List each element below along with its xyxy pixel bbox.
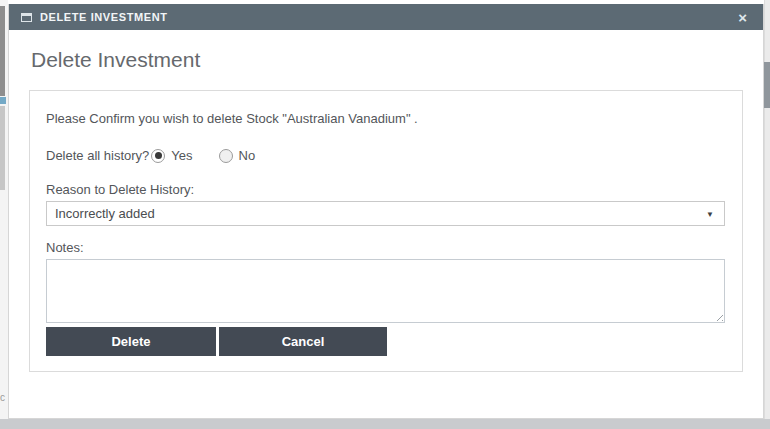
- page-title: Delete Investment: [31, 48, 200, 72]
- delete-history-question: Delete all history?: [46, 148, 149, 163]
- close-icon[interactable]: ×: [734, 8, 751, 27]
- background-page-left-edge: c: [0, 0, 8, 429]
- notes-input[interactable]: [46, 259, 725, 323]
- radio-yes-label[interactable]: Yes: [171, 148, 192, 163]
- delete-history-row: Delete all history? Yes No: [46, 148, 726, 163]
- notes-field-wrap: [46, 259, 725, 323]
- page-scrollbar-thumb[interactable]: [764, 62, 770, 108]
- reason-label: Reason to Delete History:: [46, 182, 726, 197]
- radio-group-history: Yes No: [149, 148, 279, 163]
- modal-title: DELETE INVESTMENT: [40, 11, 168, 23]
- background-block: [0, 106, 5, 190]
- reason-select[interactable]: Incorrectly added ▼: [46, 201, 725, 226]
- radio-no-label[interactable]: No: [239, 148, 256, 163]
- background-bottom-strip: [0, 419, 770, 429]
- delete-button[interactable]: Delete: [46, 327, 216, 356]
- background-text-fragment: c: [0, 392, 5, 403]
- chevron-down-icon: ▼: [706, 209, 714, 218]
- confirm-message: Please Confirm you wish to delete Stock …: [46, 111, 726, 126]
- viewport: c DELETE INVESTMENT × Delete Investment …: [0, 0, 770, 429]
- confirmation-panel: Please Confirm you wish to delete Stock …: [29, 90, 743, 372]
- background-block: [0, 97, 6, 104]
- radio-yes[interactable]: [151, 149, 165, 163]
- cancel-button[interactable]: Cancel: [219, 327, 387, 356]
- radio-no[interactable]: [219, 149, 233, 163]
- button-row: Delete Cancel: [46, 327, 726, 356]
- notes-label: Notes:: [46, 240, 726, 255]
- reason-selected-value: Incorrectly added: [55, 206, 155, 221]
- background-block: [0, 6, 5, 96]
- modal-header[interactable]: DELETE INVESTMENT ×: [9, 4, 763, 30]
- delete-investment-modal: DELETE INVESTMENT × Delete Investment Pl…: [8, 4, 764, 419]
- window-icon: [21, 13, 32, 22]
